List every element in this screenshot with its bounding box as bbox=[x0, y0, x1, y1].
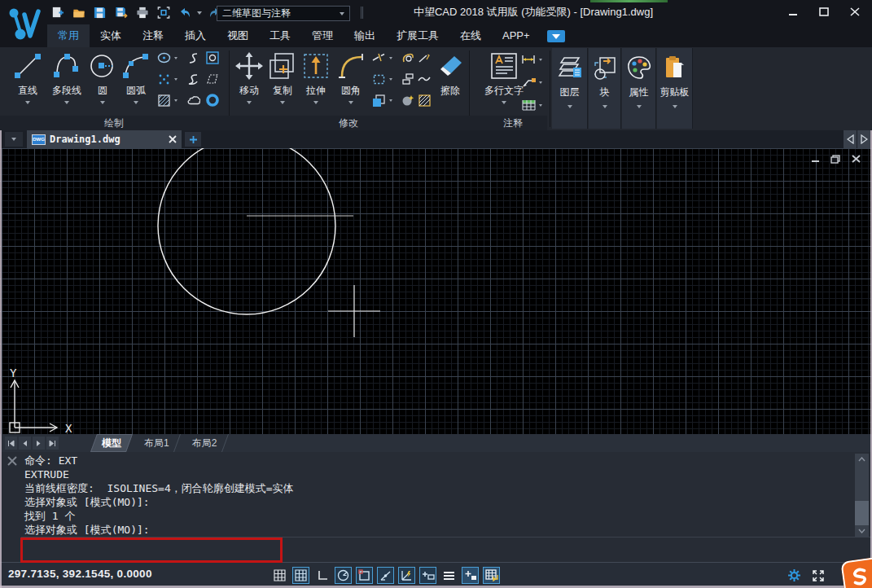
last-tab-icon[interactable] bbox=[46, 437, 59, 450]
drawing-canvas[interactable]: Y X bbox=[0, 148, 872, 434]
fillet-button[interactable]: 圆角 bbox=[334, 49, 368, 116]
revision-spline-icon[interactable] bbox=[186, 72, 200, 86]
ellipse-icon[interactable] bbox=[156, 50, 171, 65]
selection-cycling-icon[interactable] bbox=[462, 567, 479, 584]
object-snap-icon[interactable] bbox=[356, 567, 373, 584]
zwcad-logo-icon[interactable] bbox=[7, 3, 44, 44]
tab-model[interactable]: 模型 bbox=[90, 434, 133, 452]
object-snap-tracking-icon[interactable] bbox=[398, 567, 415, 584]
tab-manage[interactable]: 管理 bbox=[301, 24, 344, 47]
snap-mode-icon[interactable] bbox=[271, 567, 288, 584]
align-icon[interactable] bbox=[401, 72, 415, 86]
workspace-selector[interactable]: 二维草图与注释 bbox=[217, 6, 350, 21]
blend-icon[interactable] bbox=[401, 93, 415, 108]
command-prompt[interactable]: 指定拉伸高度或 [方向(D)/路径(P)/倾斜角(T)]: bbox=[24, 542, 309, 561]
block-button[interactable]: 块 bbox=[589, 48, 621, 129]
open-folder-icon[interactable] bbox=[70, 5, 87, 20]
offset-icon[interactable] bbox=[401, 50, 415, 65]
fullscreen-icon[interactable] bbox=[809, 567, 826, 584]
save-as-icon[interactable] bbox=[112, 5, 129, 20]
settings-gear-icon[interactable] bbox=[786, 567, 803, 584]
new-file-icon[interactable] bbox=[49, 5, 66, 20]
undo-dropdown-icon[interactable] bbox=[197, 11, 202, 15]
next-tab-icon[interactable] bbox=[33, 437, 45, 450]
close-button[interactable] bbox=[844, 4, 865, 19]
new-document-tab-button[interactable] bbox=[185, 132, 201, 147]
region-icon[interactable] bbox=[205, 50, 220, 65]
properties-button[interactable]: 属性 bbox=[622, 48, 656, 129]
tab-output[interactable]: 输出 bbox=[344, 24, 386, 47]
trim-dropdown-icon[interactable] bbox=[388, 50, 393, 65]
spline-icon[interactable] bbox=[186, 50, 200, 65]
array-icon[interactable] bbox=[371, 72, 386, 86]
print-icon[interactable] bbox=[134, 5, 151, 20]
hatch-icon[interactable] bbox=[156, 93, 171, 108]
copy-button[interactable]: 复制 bbox=[267, 49, 298, 116]
dimension-icon[interactable] bbox=[521, 52, 536, 67]
arc-button[interactable]: 圆弧 bbox=[119, 49, 153, 116]
line-button[interactable]: 直线 bbox=[10, 49, 46, 116]
revcloud-icon[interactable] bbox=[186, 93, 200, 108]
tab-express-tools[interactable]: 扩展工具 bbox=[386, 24, 449, 47]
tab-layout2[interactable]: 布局2 bbox=[181, 434, 229, 452]
dynamic-input-icon[interactable] bbox=[419, 567, 436, 584]
gradient-icon[interactable] bbox=[417, 93, 432, 108]
scrollbar-thumb[interactable] bbox=[855, 501, 869, 525]
point-dropdown-icon[interactable] bbox=[173, 72, 178, 86]
hatch-dropdown-icon[interactable] bbox=[173, 93, 178, 108]
tab-annotate[interactable]: 注释 bbox=[132, 24, 174, 47]
circle-entity[interactable] bbox=[158, 148, 335, 314]
tab-view[interactable]: 视图 bbox=[217, 24, 259, 47]
move-button[interactable]: 移动 bbox=[233, 49, 265, 116]
annotation-monitor-icon[interactable] bbox=[483, 567, 500, 584]
doc-list-dropdown-icon[interactable] bbox=[5, 132, 23, 147]
first-tab-icon[interactable] bbox=[5, 437, 17, 450]
polar-tracking-icon[interactable] bbox=[335, 567, 352, 584]
drawing-minimize-icon[interactable] bbox=[808, 153, 822, 165]
prev-tab-icon[interactable] bbox=[19, 437, 31, 450]
drawing-restore-icon[interactable] bbox=[829, 153, 842, 165]
point-icon[interactable] bbox=[156, 72, 171, 86]
snap-tracking-icon[interactable] bbox=[377, 567, 394, 584]
tab-app-plus[interactable]: APP+ bbox=[492, 24, 541, 47]
erase-button[interactable]: 擦除 bbox=[433, 49, 467, 116]
extend-icon[interactable] bbox=[417, 50, 432, 65]
tab-tools[interactable]: 工具 bbox=[259, 24, 301, 47]
mail-icon[interactable] bbox=[547, 30, 565, 42]
undo-icon[interactable] bbox=[176, 5, 193, 20]
document-close-icon[interactable] bbox=[169, 135, 177, 143]
break-icon[interactable] bbox=[417, 72, 432, 86]
leader-dropdown-icon[interactable] bbox=[537, 75, 543, 90]
plot-preview-icon[interactable] bbox=[155, 5, 172, 20]
stretch-button[interactable]: 拉伸 bbox=[300, 49, 332, 116]
tab-layout1[interactable]: 布局1 bbox=[133, 434, 181, 452]
table-dropdown-icon[interactable] bbox=[537, 98, 543, 112]
command-close-icon[interactable] bbox=[7, 455, 18, 467]
polyline-button[interactable]: 多段线 bbox=[47, 49, 86, 116]
dimension-dropdown-icon[interactable] bbox=[537, 52, 543, 67]
layers-button[interactable]: 图层 bbox=[552, 48, 588, 129]
ellipse-dropdown-icon[interactable] bbox=[173, 50, 178, 65]
array-dropdown-icon[interactable] bbox=[388, 72, 393, 86]
command-window[interactable]: 命令: EXT EXTRUDE 当前线框密度: ISOLINES=4，闭合轮廓创… bbox=[0, 452, 872, 562]
command-scrollbar[interactable] bbox=[855, 454, 869, 537]
scroll-down-icon[interactable] bbox=[855, 525, 869, 537]
doc-scroll-right-icon[interactable] bbox=[857, 130, 870, 148]
tab-home[interactable]: 常用 bbox=[47, 24, 90, 47]
tab-online[interactable]: 在线 bbox=[449, 24, 492, 47]
donut-icon[interactable] bbox=[205, 93, 220, 108]
lineweight-icon[interactable] bbox=[440, 567, 458, 584]
save-icon[interactable] bbox=[91, 5, 108, 20]
explode-dropdown-icon[interactable] bbox=[388, 93, 393, 108]
maximize-button[interactable] bbox=[813, 4, 835, 19]
input-method-logo[interactable] bbox=[840, 557, 872, 588]
tab-solid[interactable]: 实体 bbox=[90, 24, 132, 47]
circle-button[interactable]: 圆 bbox=[88, 49, 117, 116]
leader-icon[interactable] bbox=[521, 75, 536, 90]
ortho-mode-icon[interactable] bbox=[313, 567, 331, 584]
explode-icon[interactable] bbox=[371, 93, 386, 108]
table-icon[interactable] bbox=[521, 98, 536, 112]
clipboard-button[interactable]: 剪贴板 bbox=[657, 48, 693, 129]
trim-icon[interactable] bbox=[371, 50, 386, 65]
wipeout-icon[interactable] bbox=[205, 72, 220, 86]
